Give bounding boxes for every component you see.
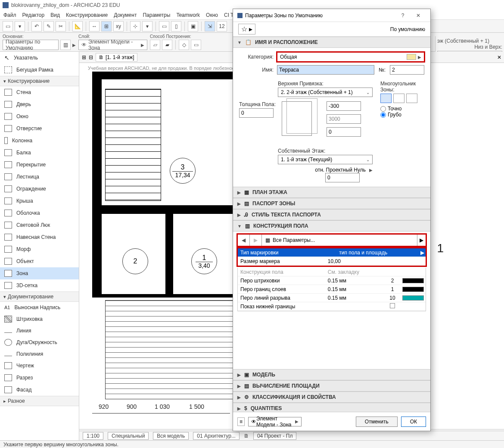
menu-document[interactable]: Документ — [114, 12, 137, 18]
tool-object[interactable]: Объект — [0, 255, 79, 267]
cat-construction[interactable]: ▾ Конструирование — [0, 76, 79, 86]
zone-number-input[interactable] — [390, 65, 424, 75]
tool-beam[interactable]: Балка — [0, 147, 79, 159]
param-row-marker-size[interactable]: Размер маркера 10,00 — [238, 257, 426, 266]
tool-pointer[interactable]: ↖Указатель — [0, 52, 79, 64]
tool-split-icon[interactable]: ▯ — [171, 21, 181, 31]
menu-design[interactable]: Конструирование — [66, 12, 108, 18]
method-1-icon[interactable]: ▱ — [150, 40, 160, 50]
menu-file[interactable]: Файл — [3, 12, 16, 18]
tool-drawing[interactable]: Чертеж — [0, 360, 79, 372]
poly-mode-2-icon[interactable] — [393, 94, 404, 103]
section-textstyle[interactable]: ▶ᎯСТИЛЬ ТЕКСТА ПАСПОРТА — [233, 209, 430, 220]
filter-dd[interactable]: 01 Архитектур... — [193, 432, 240, 440]
tool-snap1-icon[interactable]: ↔ — [89, 21, 100, 31]
menu-options[interactable]: Параметры — [143, 12, 170, 18]
section-passport[interactable]: ▶▤ПАСПОРТ ЗОНЫ — [233, 198, 430, 209]
menu-edit[interactable]: Редактор — [22, 12, 45, 18]
param-row-show-lower[interactable]: Показ нижней границы — [238, 302, 426, 311]
section-model[interactable]: ▶▣МОДЕЛЬ — [233, 369, 430, 380]
menu-teamwork[interactable]: Teamwork — [176, 12, 200, 18]
tool-3d-icon[interactable]: ▣ — [188, 21, 198, 31]
poly-rough-radio[interactable]: Грубо — [380, 112, 424, 118]
param-row-break-pen[interactable]: Перо линий разрыва 0.15 мм 10 — [238, 294, 426, 302]
cat-document[interactable]: ▾ Документирование — [0, 291, 79, 302]
tool-shell[interactable]: Оболочка — [0, 207, 79, 219]
default-settings-button[interactable]: Параметры по Умолчанию — [3, 40, 59, 50]
favorite-icon[interactable]: ▥ — [60, 40, 71, 50]
tool-level-icon[interactable]: 12 — [217, 21, 227, 31]
footer-layer-dropdown[interactable]: 👁 Элемент Модели - Зона▶ — [248, 417, 302, 426]
top-offset-input[interactable] — [327, 101, 361, 111]
poly-mode-3-icon[interactable] — [406, 94, 417, 103]
home-story-dropdown[interactable]: 1. 1-й этаж (Текущий)⌄ — [278, 155, 373, 164]
section-area-calc[interactable]: ▶▤ВЫЧИСЛЕНИЕ ПЛОЩАДИ — [233, 380, 430, 392]
close-tab-icon[interactable]: ✕ — [497, 54, 501, 60]
section-name-location[interactable]: ▼📋ИМЯ И РАСПОЛОЖЕНИЕ — [233, 37, 430, 48]
tool-trace-icon[interactable]: ▭ — [159, 21, 169, 31]
footer-layer-icon[interactable]: ≡ — [237, 417, 245, 426]
zone-name-input[interactable] — [277, 65, 374, 75]
display-dd[interactable]: Специальный — [108, 432, 149, 440]
tool-open-icon[interactable]: ▾ — [15, 21, 25, 31]
tool-roof[interactable]: Крыша — [0, 195, 79, 207]
param-row-border-pen[interactable]: Перо границ слоев 0.15 мм 1 — [238, 285, 426, 294]
tool-stair[interactable]: Лестница — [0, 171, 79, 183]
tool-ruler-icon[interactable]: 📐 — [72, 21, 83, 31]
close-icon[interactable]: ✕ — [411, 9, 426, 22]
show-lower-checkbox[interactable] — [390, 303, 395, 308]
tool-column[interactable]: Колонна — [0, 135, 79, 147]
tool-window[interactable]: Окно — [0, 110, 79, 122]
geom-1-icon[interactable]: ◇ — [179, 40, 189, 50]
tool-railing[interactable]: Ограждение — [0, 183, 79, 195]
tool-polyline[interactable]: Полилиния — [0, 348, 79, 360]
geom-2-icon[interactable]: ▭ — [191, 40, 201, 50]
tool-snap2-icon[interactable]: ⊞ — [101, 21, 112, 31]
tool-arc[interactable]: Дуга/Окружность — [0, 336, 79, 348]
cancel-button[interactable]: Отменить — [356, 417, 398, 427]
ok-button[interactable]: ОК — [401, 417, 426, 427]
menu-view[interactable]: Вид — [50, 12, 60, 18]
tool-line[interactable]: Линия — [0, 325, 79, 336]
tool-section[interactable]: Разрез — [0, 372, 79, 384]
top-link-dropdown[interactable]: 2. 2-й этаж (Собственный + 1)⌄ — [278, 88, 373, 97]
all-params-nav[interactable]: ◀ ▶ ▦Все Параметры... ▶ — [237, 234, 426, 246]
view-tab-floor1[interactable]: 🗎 [1. 1-й этаж] — [96, 53, 137, 62]
favorite-star-icon[interactable]: ☆ ▸ — [238, 24, 255, 34]
param-row-marking-type[interactable]: Тип маркировки тип пола и площадь ▶ — [238, 248, 426, 257]
chevron-down-icon[interactable]: ▶ — [72, 43, 76, 47]
section-quantities[interactable]: ▶$QUANTITIES — [233, 403, 430, 412]
view-list-icon[interactable]: ⊟ — [89, 54, 93, 60]
tool-guide-icon[interactable]: ▾ — [142, 21, 152, 31]
bottom-offset-input[interactable] — [327, 127, 361, 137]
tool-marquee[interactable]: Бегущая Рамка — [0, 64, 79, 76]
param-row-fill-pen[interactable]: Перо штриховки 0.15 мм 2 — [238, 276, 426, 285]
nav-expand-icon[interactable]: ▶ — [417, 235, 426, 246]
tool-label[interactable]: A1Выносная Надпись — [0, 302, 79, 313]
cat-misc[interactable]: ▸ Разное — [0, 396, 79, 406]
tool-elev-icon[interactable]: ⇲ — [205, 21, 215, 31]
nav-back-icon[interactable]: ◀ — [238, 235, 250, 246]
menu-window[interactable]: Окно — [206, 12, 218, 18]
tool-pick-icon[interactable]: ✎ — [44, 21, 54, 31]
scale-dd[interactable]: 1:100 — [83, 432, 103, 440]
tool-elevation[interactable]: Фасад — [0, 384, 79, 396]
model-dd[interactable]: Вся модель — [153, 432, 189, 440]
tool-undo-icon[interactable]: ↶ — [31, 21, 42, 31]
project-zero-input[interactable] — [325, 173, 360, 182]
tool-fill[interactable]: Штриховка — [0, 313, 79, 325]
tool-morph[interactable]: Морф — [0, 243, 79, 255]
tool-slab[interactable]: Перекрытие — [0, 159, 79, 171]
help-icon[interactable]: ? — [395, 9, 411, 22]
section-floor-construction[interactable]: ▼▥КОНСТРУКЦИЯ ПОЛА — [233, 220, 430, 232]
tool-door[interactable]: Дверь — [0, 98, 79, 110]
method-2-icon[interactable]: ▰ — [162, 40, 172, 50]
floor-thick-input[interactable] — [239, 108, 274, 118]
tool-measure-icon[interactable]: ✂ — [56, 21, 66, 31]
section-classification[interactable]: ▶⚙КЛАССИФИКАЦИЯ И СВОЙСТВА — [233, 392, 430, 403]
category-dropdown[interactable]: Общая ▶ — [277, 52, 424, 62]
tool-new-icon[interactable]: ▭ — [3, 21, 13, 31]
tool-grid-icon[interactable]: ⊹ — [130, 21, 140, 31]
layer-dropdown[interactable]: 👁 Элемент Модели - Зона▶ — [78, 40, 147, 50]
tool-mesh[interactable]: 3D-сетка — [0, 279, 79, 291]
